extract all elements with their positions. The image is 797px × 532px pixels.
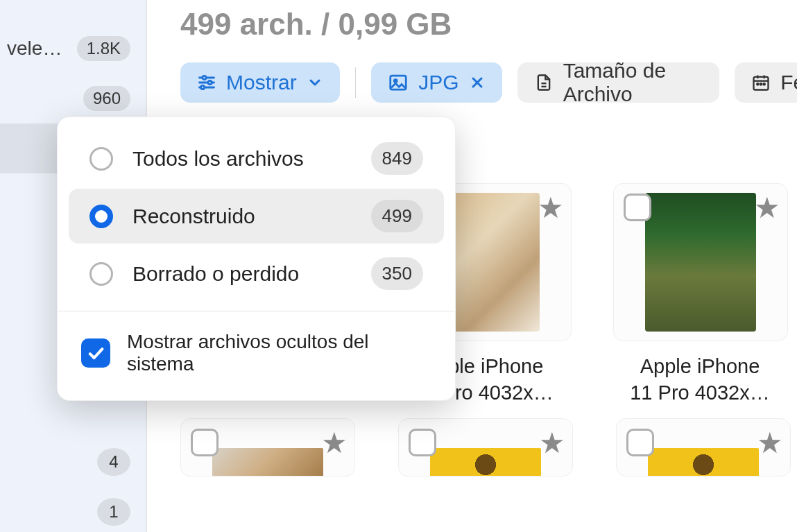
calendar-icon [751, 73, 771, 92]
sidebar-item[interactable]: 4 [0, 437, 146, 487]
filter-option-label: Todos los archivos [132, 147, 352, 171]
show-filter-button[interactable]: Mostrar [180, 62, 340, 103]
filter-option-count: 350 [371, 257, 423, 290]
filter-option-label: Borrado o perdido [132, 262, 352, 286]
results-grid-row2: ★ ★ ★ [180, 418, 797, 477]
sidebar-item-count: 1 [97, 498, 130, 526]
checkbox-checked-icon[interactable] [81, 338, 110, 368]
filter-option-label: Reconstruido [132, 205, 352, 228]
show-hidden-files-label: Mostrar archivos ocultos del sistema [127, 331, 431, 375]
sidebar-item-label: veler 1… [7, 37, 67, 60]
filesize-filter-button[interactable]: Tamaño de Archivo [517, 62, 720, 103]
file-thumbnail[interactable]: ★ [398, 418, 573, 477]
select-checkbox[interactable] [624, 194, 651, 221]
thumbnail-image [648, 448, 759, 476]
star-icon[interactable]: ★ [321, 426, 348, 460]
date-filter-label: Fech [780, 71, 797, 94]
toolbar-divider [355, 67, 357, 98]
filter-option-count: 499 [371, 200, 423, 232]
star-icon[interactable]: ★ [538, 191, 564, 225]
close-icon[interactable] [469, 74, 486, 91]
file-thumbnail[interactable]: ★ [613, 183, 788, 341]
radio-checked-icon [89, 205, 113, 228]
file-thumbnail[interactable]: ★ [180, 418, 355, 477]
radio-unchecked-icon [89, 147, 113, 171]
filter-toolbar: Mostrar JPG [180, 62, 797, 103]
filesize-filter-label: Tamaño de Archivo [563, 59, 703, 106]
star-icon[interactable]: ★ [754, 191, 780, 225]
star-icon[interactable]: ★ [757, 426, 783, 460]
jpg-filter-label: JPG [418, 71, 459, 94]
filter-option-deleted[interactable]: Borrado o perdido 350 [69, 246, 444, 301]
show-filter-dropdown: Todos los archivos 849 Reconstruido 499 … [57, 117, 456, 401]
select-checkbox[interactable] [626, 429, 654, 456]
date-filter-button[interactable]: Fech [735, 62, 797, 103]
sidebar-item-count: 4 [97, 448, 130, 476]
sidebar-item[interactable]: veler 1… 1.8K [0, 24, 146, 74]
svg-point-18 [764, 83, 765, 85]
filter-option-reconstructed[interactable]: Reconstruido 499 [69, 189, 444, 243]
thumbnail-image [430, 448, 541, 476]
chevron-down-icon [307, 74, 323, 91]
thumbnail-image [645, 193, 756, 332]
filter-option-all[interactable]: Todos los archivos 849 [69, 131, 444, 186]
file-thumbnail[interactable]: ★ [616, 418, 791, 477]
thumbnail-image [212, 448, 323, 476]
main-content: 499 arch. / 0,99 GB Mostrar [147, 0, 797, 532]
star-icon[interactable]: ★ [539, 426, 565, 460]
sidebar-item-count: 1.8K [77, 36, 130, 61]
sliders-icon [197, 73, 216, 92]
radio-unchecked-icon [89, 262, 113, 286]
sidebar-item-count: 960 [83, 86, 130, 111]
filter-option-count: 849 [371, 142, 423, 175]
select-checkbox[interactable] [191, 429, 218, 456]
svg-point-1 [203, 76, 206, 79]
jpg-filter-chip[interactable]: JPG [371, 62, 502, 103]
show-filter-label: Mostrar [226, 71, 297, 94]
select-checkbox[interactable] [409, 429, 436, 456]
file-count-summary: 499 arch. / 0,99 GB [180, 7, 797, 42]
svg-point-3 [208, 80, 212, 84]
file-caption: Apple iPhone 11 Pro 4032x… [613, 354, 787, 406]
svg-point-5 [201, 85, 205, 89]
image-icon [388, 72, 409, 93]
svg-point-7 [395, 80, 397, 83]
file-icon [534, 73, 554, 92]
svg-point-17 [760, 83, 762, 85]
sidebar-item[interactable]: 1 [0, 487, 146, 532]
show-hidden-files-row[interactable]: Mostrar archivos ocultos del sistema [58, 311, 455, 400]
svg-point-16 [757, 83, 758, 85]
file-card[interactable]: ★ Apple iPhone 11 Pro 4032x… [613, 183, 787, 406]
